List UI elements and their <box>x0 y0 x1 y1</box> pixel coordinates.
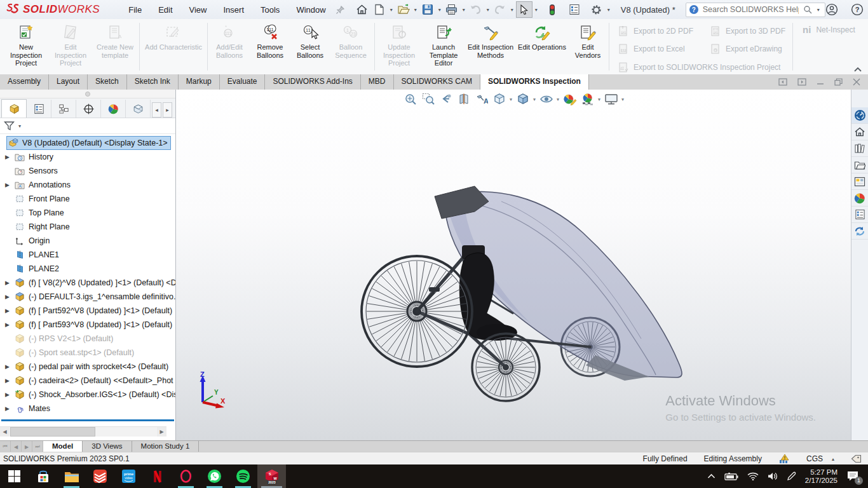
tags-icon[interactable] <box>851 454 862 463</box>
tree-item[interactable]: ▶ Top Plane <box>0 206 175 220</box>
new-inspection-project-button[interactable]: New Inspection Project <box>4 24 48 67</box>
remove-balloons-button[interactable]: 111 Remove Balloons <box>249 24 291 59</box>
home-tab-icon[interactable] <box>851 124 868 140</box>
appearances-scenes-icon[interactable] <box>851 190 868 207</box>
notification-center-icon[interactable]: 1 <box>846 470 860 483</box>
taskbar-clock[interactable]: 5:27 PM 2/17/2025 <box>805 468 837 485</box>
tree-item[interactable]: ▶ (-) pedal pair with sprocket<4> (Defau… <box>0 360 175 374</box>
edit-operations-button[interactable]: Edit Operations <box>515 24 569 51</box>
menu-item[interactable]: View <box>181 2 215 18</box>
tree-item[interactable]: ▶ PLANE2 <box>0 262 175 276</box>
command-tab[interactable]: MBD <box>361 74 394 90</box>
expand-arrow-icon[interactable]: ▶ <box>5 182 15 188</box>
panel-tab-scroll-right-icon[interactable]: ▸ <box>163 102 172 118</box>
select-dropdown[interactable]: ▾ <box>533 7 539 13</box>
design-library-icon[interactable] <box>851 140 868 157</box>
new-document-icon[interactable] <box>371 1 388 18</box>
login-user-icon[interactable] <box>825 3 838 16</box>
rebuild-traffic-light-icon[interactable] <box>544 1 560 18</box>
panel-tab-scroll-left-icon[interactable]: ◂ <box>152 102 161 118</box>
new-document-dropdown[interactable]: ▾ <box>388 7 395 13</box>
section-view-icon[interactable] <box>456 92 471 107</box>
save-dropdown[interactable]: ▾ <box>437 7 443 13</box>
chevron-up-icon[interactable] <box>707 473 715 479</box>
expand-arrow-icon[interactable]: ▶ <box>5 294 15 300</box>
volume-icon[interactable] <box>768 472 778 480</box>
view-orientation-icon[interactable] <box>491 92 507 107</box>
tree-item[interactable]: ▶ (-) cadeira<2> (Default) <<Default>_Ph… <box>0 374 175 388</box>
expand-arrow-icon[interactable]: ▶ <box>5 405 15 412</box>
settings-dropdown[interactable]: ▾ <box>606 7 612 13</box>
command-tab[interactable]: Evaluate <box>220 74 266 90</box>
view-orientation-dropdown[interactable]: ▾ <box>510 97 512 102</box>
select-cursor-icon[interactable] <box>516 1 532 18</box>
hide-show-items-dropdown[interactable]: ▾ <box>557 97 559 102</box>
expand-arrow-icon[interactable]: ▶ <box>5 377 15 384</box>
first-tab-icon[interactable]: ⏮ <box>0 441 11 452</box>
command-tab[interactable]: Markup <box>179 74 220 90</box>
tree-item[interactable]: ▶ (-) RPS V2<1> (Default) <box>0 332 175 346</box>
command-tab[interactable]: Sketch <box>88 74 127 90</box>
help-search[interactable]: ? ▾ <box>686 3 825 17</box>
hide-show-items-icon[interactable] <box>538 92 554 107</box>
view-settings-icon[interactable] <box>603 92 619 107</box>
file-explorer-icon[interactable] <box>57 464 86 488</box>
edit-inspection-methods-button[interactable]: Edit Inspection Methods <box>466 24 515 59</box>
home-icon[interactable] <box>354 1 370 18</box>
restore-document-icon[interactable] <box>834 78 843 86</box>
dimxpertmanager-tab[interactable] <box>76 100 101 118</box>
open-dropdown[interactable]: ▾ <box>412 7 419 13</box>
collapse-ribbon-icon[interactable] <box>854 67 862 72</box>
redo-dropdown[interactable]: ▾ <box>509 7 515 13</box>
tree-item[interactable]: ▶ PLANE1 <box>0 248 175 262</box>
start-button[interactable] <box>0 464 29 488</box>
tree-item[interactable]: ▶ Mates <box>0 402 175 416</box>
tree-item[interactable]: ▶ (f) [ Part592^V8 (Updated) ]<1> (Defau… <box>0 304 175 318</box>
custom-properties-icon[interactable] <box>851 207 868 223</box>
launch-template-editor-button[interactable]: Launch Template Editor <box>421 24 466 67</box>
edit-appearance-icon[interactable] <box>562 92 578 107</box>
tree-item[interactable]: ▶ Sensors <box>0 164 175 178</box>
next-tab-icon[interactable]: ▶ <box>22 441 32 452</box>
tree-item[interactable]: ▶ History <box>0 150 175 164</box>
settings-gear-icon[interactable] <box>588 1 605 18</box>
tree-horizontal-scrollbar[interactable]: ◀ ▶ <box>0 426 166 437</box>
menu-item[interactable]: Tools <box>252 2 288 18</box>
tree-item[interactable]: ▶ Annotations <box>0 178 175 192</box>
microsoft-store-icon[interactable] <box>29 464 57 488</box>
scroll-right-icon[interactable]: ▶ <box>157 427 166 437</box>
expand-arrow-icon[interactable]: ▶ <box>5 308 15 314</box>
expand-arrow-icon[interactable]: ▶ <box>5 280 15 286</box>
model-3d-trike[interactable] <box>176 90 851 440</box>
select-balloons-button[interactable]: 11 Select Balloons <box>291 24 329 59</box>
graphics-viewport[interactable]: A ▾ ▾ ▾ ▾ ▾ <box>176 90 851 440</box>
edit-vendors-button[interactable]: Edit Vendors <box>569 24 607 59</box>
command-tab[interactable]: SOLIDWORKS Inspection <box>480 74 589 90</box>
close-document-icon[interactable] <box>853 78 860 86</box>
spotify-icon[interactable] <box>229 464 257 488</box>
expand-arrow-icon[interactable]: ▶ <box>5 391 15 398</box>
pen-icon[interactable] <box>787 471 796 481</box>
undo-icon[interactable] <box>468 1 484 18</box>
tree-item[interactable]: ▶ Front Plane <box>0 192 175 206</box>
tree-item[interactable]: ▶ (f) [ V8(2)^V8 (Updated) ]<1> (Default… <box>0 276 175 290</box>
print-icon[interactable] <box>444 1 460 18</box>
displaymanager-tab[interactable] <box>101 100 126 118</box>
configurationmanager-tab[interactable] <box>51 100 76 118</box>
scrollbar-thumb[interactable] <box>10 427 95 437</box>
filter-dropdown[interactable]: ▾ <box>17 123 23 129</box>
document-tab[interactable]: Model <box>43 441 83 452</box>
command-tab[interactable]: SOLIDWORKS CAM <box>394 74 480 90</box>
view-settings-dropdown[interactable]: ▾ <box>621 97 624 102</box>
display-style-dropdown[interactable]: ▾ <box>533 97 536 102</box>
zoom-to-area-icon[interactable] <box>420 92 436 107</box>
undo-dropdown[interactable]: ▾ <box>485 7 491 13</box>
prev-tab-icon[interactable]: ◀ <box>11 441 22 452</box>
command-tab[interactable]: Layout <box>49 74 88 90</box>
prime-video-icon[interactable]: primevideo <box>114 464 143 488</box>
rollback-bar[interactable] <box>1 419 174 421</box>
search-dropdown[interactable]: ▾ <box>815 7 822 13</box>
open-icon[interactable] <box>395 1 412 18</box>
battery-icon[interactable] <box>724 473 738 480</box>
whatsapp-icon[interactable] <box>200 464 229 488</box>
